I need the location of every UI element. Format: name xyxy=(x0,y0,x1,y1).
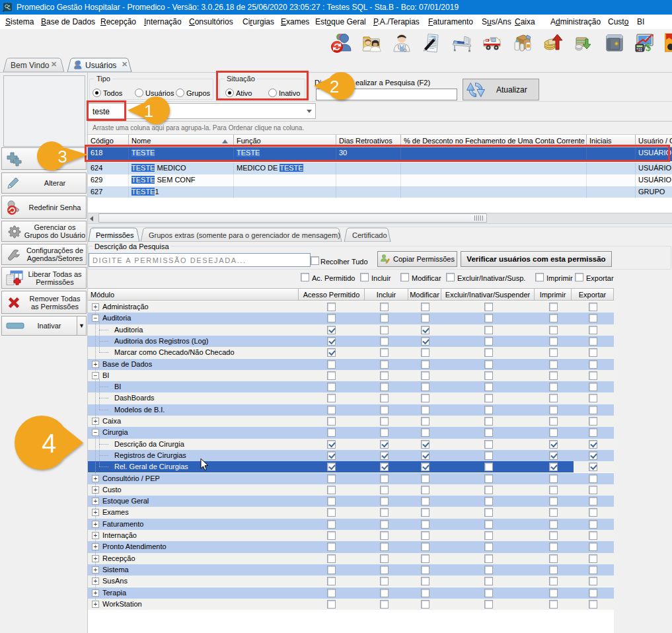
svg-text:$: $ xyxy=(646,42,651,53)
